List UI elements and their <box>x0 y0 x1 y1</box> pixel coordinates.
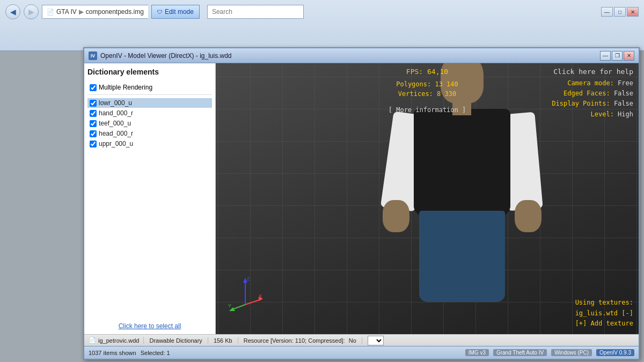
multiple-rendering-label: Multiple Rendering <box>99 84 152 91</box>
head-checkbox[interactable] <box>90 130 97 137</box>
list-item[interactable]: teef_000_u <box>87 119 212 128</box>
using-textures-label: Using textures: <box>575 298 633 308</box>
svg-text:Y: Y <box>228 303 231 308</box>
camera-info: Camera mode: Free Edged Faces: False Dis… <box>552 78 633 120</box>
left-panel: Dictionary elements Multiple Rendering l… <box>84 63 216 334</box>
list-item[interactable]: head_000_r <box>87 129 212 138</box>
polygons-label: Polygons: 13 140 <box>396 79 458 89</box>
status-resource: Resource [Version: 110; Compressed]: No <box>238 337 362 344</box>
status-dropdown-area <box>362 336 387 345</box>
svg-text:X: X <box>259 293 262 299</box>
openiv-restore-button[interactable]: ❐ <box>612 51 623 61</box>
uppr-label: uppr_000_u <box>99 140 133 147</box>
openiv-title: OpenIV - Model Viewer (DirectX) - ig_lui… <box>100 52 597 60</box>
select-all-link[interactable]: Click here to select all <box>87 318 212 330</box>
char-torso <box>414 109 510 216</box>
openiv-icon: IV <box>89 51 97 60</box>
status-file: 📄 ig_petrovic.wdd <box>84 337 144 344</box>
openiv-content: Dictionary elements Multiple Rendering l… <box>84 63 639 334</box>
teef-label: teef_000_u <box>99 120 131 127</box>
tag-openiv: OpenIV 0.9.3 <box>596 349 634 356</box>
status-bar: 📄 ig_petrovic.wdd Drawable Dictionary 15… <box>84 334 639 346</box>
openiv-minimize-button[interactable]: — <box>600 51 611 61</box>
hand-label: hand_000_r <box>99 109 133 117</box>
multiple-rendering-checkbox[interactable] <box>90 84 97 91</box>
texture-file[interactable]: ig_luis.wtd [-] <box>575 308 633 319</box>
forward-button[interactable]: ▶ <box>24 4 39 19</box>
file-icon: 📄 <box>89 337 96 344</box>
char-hand-left <box>383 200 409 232</box>
char-legs <box>419 211 505 302</box>
openiv-close-button[interactable]: ✕ <box>624 51 634 61</box>
list-item[interactable]: lowr_000_u <box>87 98 212 108</box>
texture-info: Using textures: ig_luis.wtd [-] [+] Add … <box>575 298 633 329</box>
openiv-window: IV OpenIV - Model Viewer (DirectX) - ig_… <box>83 47 640 360</box>
back-button[interactable]: ◀ <box>5 4 20 19</box>
status-type: Drawable Dictionary <box>144 337 208 344</box>
polygon-info: Polygons: 13 140 Vertices: 8 330 <box>396 79 458 99</box>
multiple-rendering-item: Multiple Rendering <box>87 83 212 95</box>
hand-checkbox[interactable] <box>90 110 97 117</box>
teef-checkbox[interactable] <box>90 120 97 127</box>
status-dropdown[interactable] <box>368 336 384 345</box>
tag-gta-iv: Grand Theft Auto IV <box>493 349 547 356</box>
bottom-bar: 1037 items shown Selected: 1 IMG v3 Gran… <box>84 346 639 359</box>
add-texture-link[interactable]: [+] Add texture <box>575 319 633 329</box>
tag-img-v3: IMG v3 <box>465 349 489 356</box>
uppr-checkbox[interactable] <box>90 141 97 147</box>
lowr-label: lowr_000_u <box>99 99 132 107</box>
char-hand-right <box>515 200 541 232</box>
character-model <box>371 63 559 302</box>
items-shown: 1037 items shown <box>89 350 136 356</box>
tag-windows: Windows (PC) <box>551 349 592 356</box>
browser-minimize-button[interactable]: — <box>601 7 613 17</box>
browser-window-controls: — □ ✕ <box>601 7 639 17</box>
vertices-label: Vertices: 8 330 <box>396 89 458 99</box>
viewport[interactable]: Z X Y FPS: 64,10 Polygons: 13 140 Vertic… <box>216 63 639 334</box>
svg-text:Z: Z <box>247 276 250 282</box>
openiv-titlebar: IV OpenIV - Model Viewer (DirectX) - ig_… <box>84 48 639 63</box>
status-filename: ig_petrovic.wdd <box>98 337 139 344</box>
list-item[interactable]: hand_000_r <box>87 108 212 118</box>
status-size: 156 Kb <box>208 337 238 344</box>
browser-restore-button[interactable]: □ <box>614 7 626 17</box>
edit-mode-button[interactable]: 🛡 Edit mode <box>151 5 200 19</box>
browser-close-button[interactable]: ✕ <box>627 7 639 17</box>
browser-chrome: ◀ ▶ 📄 GTA IV ▶ componentpeds.img 🛡 Edit … <box>0 0 644 51</box>
selected-count: Selected: 1 <box>141 350 170 356</box>
axis-indicator: Z X Y <box>226 275 264 313</box>
dict-title: Dictionary elements <box>87 68 212 78</box>
lowr-checkbox[interactable] <box>90 100 97 107</box>
breadcrumb: 📄 GTA IV ▶ componentpeds.img <box>42 5 148 19</box>
more-info-link[interactable]: [ More information ] <box>389 106 466 114</box>
head-label: head_000_r <box>99 130 133 137</box>
help-link[interactable]: Click here for help <box>553 68 633 76</box>
openiv-window-controls: — ❐ ✕ <box>600 51 634 61</box>
list-item[interactable]: uppr_000_u <box>87 139 212 149</box>
fps-display: FPS: 64,10 <box>406 68 448 76</box>
search-input[interactable] <box>207 5 304 19</box>
